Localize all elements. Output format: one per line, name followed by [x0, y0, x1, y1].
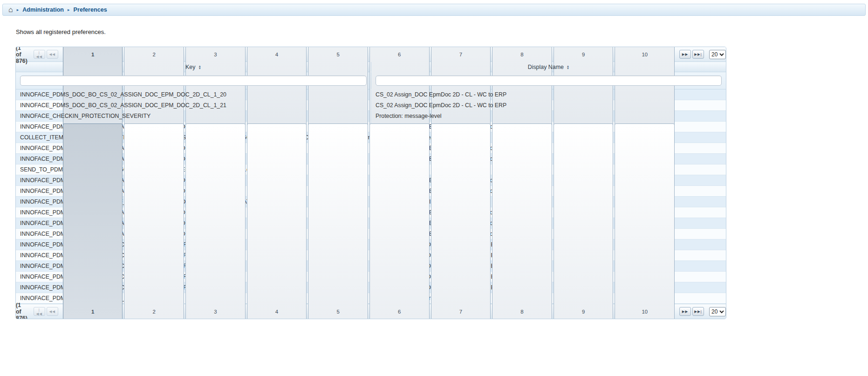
page-button-9[interactable]: 9: [554, 123, 614, 319]
chevron-right-icon: ▸: [68, 7, 70, 12]
page-report: (1 of 876): [16, 302, 27, 320]
table-row[interactable]: INNOFACE_PDMS_DOC_BO_CS_02_ASSIGN_DOC_EP…: [16, 100, 726, 111]
breadcrumb-item-administration[interactable]: Administration: [22, 7, 64, 13]
sort-icon: ▲▼: [567, 65, 569, 69]
page-button-6[interactable]: 6: [369, 123, 430, 319]
page-button-8[interactable]: 8: [492, 123, 552, 319]
filter-row: [16, 72, 726, 89]
column-header-display-name[interactable]: Display Name ▲▼: [371, 62, 726, 72]
first-page-button[interactable]: |◀◀: [34, 307, 45, 316]
table-row[interactable]: INNOFACE_CHECKIN_PROTECTION_SEVERITY Pro…: [16, 111, 726, 122]
page-report: (1 of 876): [16, 47, 27, 64]
cell-key: INNOFACE_PDMS_DOC_BO_CS_02_ASSIGN_DOC_EP…: [16, 89, 371, 100]
page-button-5[interactable]: 5: [308, 123, 368, 319]
key-filter-input[interactable]: [20, 75, 367, 86]
first-page-button[interactable]: |◀◀: [34, 50, 45, 59]
preferences-table: (1 of 876) |◀◀ ◀◀ 1 2 3 4 5 6 7 8 9 10 ▶…: [15, 47, 726, 319]
paginator-top: (1 of 876) |◀◀ ◀◀ 1 2 3 4 5 6 7 8 9 10 ▶…: [16, 47, 726, 62]
display-name-filter-input[interactable]: [376, 75, 722, 86]
sort-icon: ▲▼: [198, 65, 201, 69]
key-filter-cell: [16, 72, 371, 89]
cell-key: INNOFACE_CHECKIN_PROTECTION_SEVERITY: [16, 111, 371, 121]
next-page-button[interactable]: ▶▶: [679, 307, 691, 316]
cell-key: INNOFACE_PDMS_DOC_BO_CS_02_ASSIGN_DOC_EP…: [16, 100, 371, 110]
prev-page-button[interactable]: ◀◀: [47, 307, 58, 316]
cell-display-name: CS_02 Assign_DOC EpmDoc 2D - CL - WC to …: [371, 89, 726, 100]
rows-per-page-select[interactable]: 20: [709, 50, 726, 59]
intro-text: Shows all registered preferences.: [16, 28, 868, 35]
last-page-button[interactable]: ▶▶|: [692, 50, 704, 59]
prev-page-button[interactable]: ◀◀: [47, 50, 58, 59]
display-name-filter-cell: [371, 72, 726, 89]
page-button-4[interactable]: 4: [247, 123, 307, 319]
page: ⌂ ▸ Administration ▸ Preferences Shows a…: [0, 4, 868, 376]
breadcrumb: ⌂ ▸ Administration ▸ Preferences: [2, 4, 866, 16]
home-icon[interactable]: ⌂: [8, 6, 13, 14]
column-header-key[interactable]: Key ▲▼: [16, 62, 371, 72]
cell-display-name: CS_02 Assign_DOC EpmDoc 2D - CL - WC to …: [371, 100, 726, 110]
next-page-button[interactable]: ▶▶: [679, 50, 691, 59]
column-header-display-name-label: Display Name: [528, 64, 564, 70]
table-header-row: Key ▲▼ Display Name ▲▼: [16, 62, 726, 72]
breadcrumb-item-preferences[interactable]: Preferences: [74, 7, 107, 13]
page-button-7[interactable]: 7: [431, 123, 491, 319]
page-button-10[interactable]: 10: [615, 123, 675, 319]
page-button-2[interactable]: 2: [124, 123, 184, 319]
page-button-3[interactable]: 3: [185, 123, 246, 319]
rows-per-page-select[interactable]: 20: [709, 307, 726, 316]
chevron-right-icon: ▸: [17, 7, 19, 12]
table-row[interactable]: INNOFACE_PDMS_DOC_BO_CS_02_ASSIGN_DOC_EP…: [16, 89, 726, 100]
last-page-button[interactable]: ▶▶|: [692, 307, 704, 316]
column-header-key-label: Key: [185, 64, 195, 70]
page-button-1[interactable]: 1: [63, 123, 123, 319]
cell-display-name: Protection: message-level: [371, 111, 726, 121]
paginator-bottom: (1 of 876) |◀◀ ◀◀ 1 2 3 4 5 6 7 8 9 10 ▶…: [16, 304, 726, 319]
